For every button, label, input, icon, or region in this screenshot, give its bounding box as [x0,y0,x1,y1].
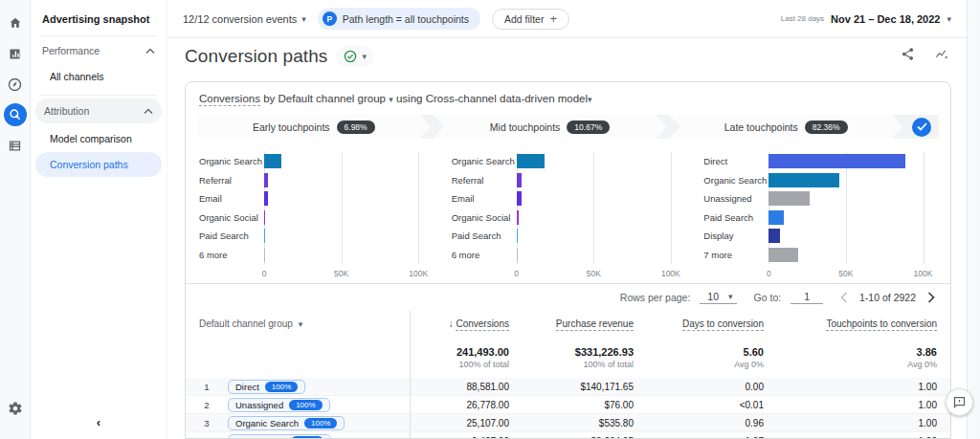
column-header-purchase-revenue[interactable]: Purchase revenue [523,318,647,329]
blue-check-icon[interactable] [912,118,931,137]
previous-page-icon[interactable] [840,292,848,303]
bar-organic-search[interactable] [264,154,281,168]
library-icon[interactable] [4,134,27,157]
right-panel-rail[interactable] [967,0,980,439]
title-actions [901,47,949,65]
bar-organic-search[interactable] [517,154,545,168]
channel-chip-organic-search[interactable]: Organic Search100% [228,416,345,430]
goto-page-input[interactable]: 1 [791,291,823,304]
touchpoints-value: 1.00 [777,400,950,410]
metric-selector[interactable]: Conversions [199,93,260,106]
dimension-header-label: Default channel group [199,318,293,329]
touchpoint-funnel-tabs: Early touchpoints 6.98% Mid touchpoints … [197,115,939,139]
dimension-column-header[interactable]: Default channel group ▾ [186,318,410,329]
bar-display[interactable] [768,229,780,243]
rows-per-page-select[interactable]: 10 ▾ [700,291,736,304]
totals-conversions-sub: 100% of total [411,360,523,369]
filter-bar: 12/12 conversion events ▾ P Path length … [167,0,967,38]
bar-organic-social[interactable] [517,210,519,225]
table-header-row: Default channel group ▾ ↓ Conversions Pu… [186,311,950,337]
x-tick-label: 0 [262,269,267,278]
bar-email[interactable] [264,191,268,206]
path-length-filter-chip[interactable]: P Path length = all touchpoints [318,8,480,30]
sidebar-item-model-comparison[interactable]: Model comparison [31,126,167,151]
feedback-button[interactable] [946,388,973,416]
tab-early-touchpoints[interactable]: Early touchpoints 6.98% [197,115,431,139]
bar-email[interactable] [517,191,523,206]
sidebar-section-attribution[interactable]: Attribution [35,99,162,123]
bar-7-more[interactable] [768,248,798,262]
channel-percent-badge: 100% [265,382,298,392]
bar-paid-search[interactable] [517,229,518,243]
share-icon[interactable] [901,47,915,65]
explore-icon[interactable] [4,73,27,96]
totals-touchpoints: 3.86 Avg 0% [777,346,950,369]
model-selector[interactable]: Cross-channel data-driven model▾ [426,93,592,104]
days-value: 1.37 [647,436,777,439]
revenue-value: $3,264.05 [523,436,647,439]
bar-6-more[interactable] [517,248,518,262]
model-label: Cross-channel data-driven model [426,93,588,104]
conversion-events-selector[interactable]: 12/12 conversion events ▾ [183,13,306,25]
totals-revenue-sub: 100% of total [523,360,647,369]
bar-referral[interactable] [517,173,523,187]
advertising-icon[interactable] [4,103,27,126]
using-label: using [396,93,423,104]
totals-days-sub: Avg 0% [647,360,777,369]
sidebar-item-all-channels[interactable]: All channels [31,64,167,89]
early-touchpoints-chart: Organic SearchReferralEmailOrganic Socia… [199,152,433,281]
tab-mid-touchpoints[interactable]: Mid touchpoints 10.67% [434,115,667,139]
column-header-touchpoints-to-conversion[interactable]: Touchpoints to conversion [777,318,950,329]
revenue-value: $140,171.65 [523,382,647,392]
home-icon[interactable] [4,11,27,34]
settings-gear-icon[interactable] [4,397,27,420]
next-page-icon[interactable] [927,292,935,303]
channel-chip-unassigned[interactable]: Unassigned100% [228,398,330,412]
date-range-picker[interactable]: Last 28 days Nov 21 – Dec 18, 2022 ▾ [781,13,951,25]
chart-bar-row [517,227,685,246]
chart-bar-row [264,227,433,246]
data-quality-badge[interactable]: ▾ [336,46,374,67]
channel-name: Organic Search [235,418,299,428]
sidebar-section-performance[interactable]: Performance [31,36,167,64]
sidebar-item-conversion-paths[interactable]: Conversion paths [35,152,162,177]
bar-organic-search[interactable] [768,173,838,187]
sort-arrow-icon: ↓ [449,318,454,330]
mid-touchpoints-chart: Organic SearchReferralEmailOrganic Socia… [452,152,685,281]
row-index: 2 [186,400,228,410]
touchpoints-value: 1.00 [777,418,950,428]
dimension-selector[interactable]: Default channel group ▾ [278,93,395,104]
attribution-label: Attribution [44,105,89,117]
conversions-header-label: Conversions [456,318,509,331]
bar-unassigned[interactable] [768,191,810,206]
sidebar-title[interactable]: Advertising snapshot [31,8,167,35]
channel-chip-direct[interactable]: Direct100% [228,380,305,394]
ga4-advertising-app: Advertising snapshot Performance All cha… [0,0,980,439]
column-header-conversions[interactable]: ↓ Conversions [410,311,523,337]
chevron-up-icon [144,108,153,115]
caret-down-icon: ▾ [301,14,306,24]
touchpoints-header-label: Touchpoints to conversion [826,318,937,331]
chart-bars [768,152,937,264]
page-title: Conversion paths [185,46,327,67]
chevron-up-icon [145,48,155,55]
caret-down-icon: ▾ [728,292,733,301]
table-pagination: Rows per page: 10 ▾ Go to: 1 1-10 of 292… [186,283,950,311]
chart-bars [264,152,433,264]
channel-chip-paid-search[interactable]: Paid Search100% [228,434,331,439]
tab-late-touchpoints[interactable]: Late touchpoints 82.36% [669,115,902,139]
reports-icon[interactable] [4,42,27,65]
bar-6-more[interactable] [264,248,265,262]
bar-paid-search[interactable] [264,229,265,243]
add-filter-button[interactable]: Add filter + [492,9,569,30]
column-header-days-to-conversion[interactable]: Days to conversion [647,318,777,329]
x-tick-label: 0 [767,269,771,278]
bar-direct[interactable] [768,154,905,168]
bar-referral[interactable] [264,173,268,187]
bar-paid-search[interactable] [768,210,784,225]
sidebar-collapse-chevron[interactable]: ‹ [97,415,100,429]
insights-icon[interactable] [934,47,949,65]
bar-organic-social[interactable] [264,210,265,225]
chart-bar-row [264,152,433,171]
chart-category-label: Paid Search [199,227,264,246]
